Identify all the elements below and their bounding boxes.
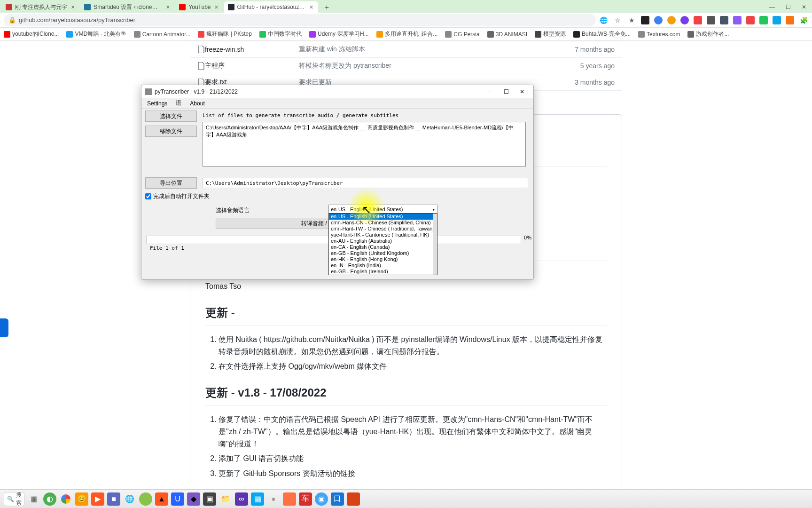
extension-icon[interactable] [786,16,794,24]
taskbar-icon[interactable]: 🌐 [123,492,136,506]
taskbar-icon[interactable]: ◆ [187,492,200,506]
bookmark-item[interactable]: CG Persia [445,31,479,38]
dropdown-item[interactable]: en-AU - English (Australia) [329,238,437,244]
extension-icon[interactable] [733,16,742,24]
taskbar-icon[interactable]: ■ [107,492,120,506]
translate-icon[interactable]: 🌐 [599,16,608,25]
extension-icon[interactable] [667,16,676,24]
extension-icon[interactable] [680,16,689,24]
remove-files-button[interactable]: 移除文件 [145,126,197,137]
close-icon[interactable]: × [70,4,76,10]
dialog-titlebar[interactable]: pyTranscriber - v1.9 - 21/12/2022 — ☐ ✕ [141,85,533,98]
dialog-minimize-button[interactable]: — [483,87,498,96]
taskbar-icon[interactable] [139,492,152,506]
new-tab-button[interactable]: + [322,2,332,13]
taskbar-icon[interactable]: ▲ [155,492,168,506]
bookmark-item[interactable]: VMD舞蹈 - 北美有鱼 [66,30,126,38]
maximize-button[interactable]: ☐ [780,1,796,13]
tab-1[interactable]: Smartideo 设置 ‹ iclone学习网 × [80,1,174,13]
taskbar-icon[interactable]: ▦ [27,492,40,506]
auto-open-checkbox[interactable] [145,193,151,199]
select-files-button[interactable]: 选择文件 [145,111,197,122]
extension-icon[interactable] [654,16,663,24]
bookmark-item[interactable]: 游戏创作者... [687,30,729,38]
file-name[interactable]: 主程序 [205,62,299,70]
extensions-puzzle-icon[interactable]: 🧩 [799,16,808,25]
menu-language[interactable]: 语 [172,98,185,108]
taskbar-icon[interactable]: 📁 [219,492,232,506]
side-bubble[interactable] [0,318,8,337]
file-row[interactable]: 主程序 将模块名称更改为 pytranscriber 5 years ago [190,57,622,74]
close-icon[interactable]: × [165,4,171,10]
auto-open-checkbox-row[interactable]: 完成后自动打开文件夹 [145,192,210,200]
taskbar-icon[interactable]: U [171,492,184,506]
dropdown-item[interactable]: cmn-Hant-TW - Chinese (Traditional, Taiw… [329,226,437,232]
extension-icon[interactable] [773,16,781,24]
taskbar-icon[interactable] [347,492,360,506]
taskbar-icon[interactable]: ▶ [91,492,104,506]
dialog-maximize-button[interactable]: ☐ [499,87,514,96]
tab-2[interactable]: YouTube × [175,1,223,13]
extension-icon[interactable] [720,16,728,24]
dropdown-item[interactable]: cmn-Hans-CN - Chinese (Simplified, China… [329,220,437,226]
dropdown-item-highlighted[interactable]: en-US - English (United States) [329,214,437,220]
file-list-box[interactable]: C:/Users/Administrator/Desktop/AAA/【中字】A… [203,122,526,167]
dropdown-item[interactable]: yue-Hant-HK - Cantonese (Traditional, HK… [329,232,437,238]
star-icon[interactable]: ★ [627,16,636,25]
close-button[interactable]: ✕ [796,1,812,13]
bookmark-item[interactable]: 3D ANIMASI [487,31,527,38]
extension-icon[interactable] [641,16,649,24]
taskbar-icon[interactable] [283,492,296,506]
taskbar-icon[interactable]: ◉ [315,492,328,506]
dropdown-item[interactable]: en-GB - English (United Kingdom) [329,250,437,256]
dropdown-item[interactable]: en-HK - English (Hong Kong) [329,256,437,262]
menu-about[interactable]: About [186,99,208,108]
taskbar-icon[interactable]: 口 [331,492,344,506]
bookmark-item[interactable]: youtube的IClone... [4,30,59,38]
bookmark-item[interactable]: 瘋狂貓咪 | PKstep [198,30,251,38]
file-commit-msg[interactable]: 重新构建 win 冻结脚本 [299,45,575,54]
taskbar-icon[interactable]: ▣ [203,492,216,506]
taskbar-search[interactable]: 🔍 搜索 [4,492,24,506]
bookmark-star-icon[interactable]: ☆ [613,16,622,25]
dropdown-item[interactable]: en-GB - English (Ireland) [329,269,437,275]
file-list-entry[interactable]: C:/Users/Administrator/Desktop/AAA/【中字】A… [206,124,523,138]
taskbar-icon[interactable]: ∞ [235,492,248,506]
taskbar-icon[interactable]: ▦ [251,492,264,506]
output-location-button[interactable]: 导出位置 [145,177,197,189]
bookmark-item[interactable]: Textures.com [638,31,680,38]
dropdown-scrollbar[interactable] [433,214,437,275]
taskbar-icon[interactable]: 😊 [75,492,88,506]
taskbar-icon[interactable] [59,492,72,506]
extension-icon[interactable] [759,16,768,24]
dialog-close-button[interactable]: ✕ [515,87,530,96]
tab-0[interactable]: 刚 专注虚拟人与元宇 × [2,1,79,13]
language-select[interactable]: en-US - English (United States) [328,205,437,214]
bookmark-item[interactable]: Udemy-深度学习H... [309,30,369,38]
taskbar-icon[interactable]: 车 [299,492,312,506]
extension-icon[interactable] [746,16,755,24]
bookmark-item[interactable]: Buhta.WS-完全免... [573,30,631,38]
bookmark-item[interactable]: 多用途直升机_组合... [376,30,438,38]
bookmark-item[interactable]: 中国数字时代 [259,30,302,38]
dropdown-item[interactable]: en-IN - English (India) [329,262,437,269]
minimize-button[interactable]: — [764,1,780,13]
url-field[interactable]: 🔒 github.com/raryelcostasouza/pyTranscri… [4,14,596,26]
bookmark-item[interactable]: Cartoon Animator... [134,31,191,38]
taskbar-icon[interactable]: ● [267,492,280,506]
language-dropdown-list[interactable]: en-US - English (United States) cmn-Hans… [328,213,437,275]
output-path-field[interactable]: C:\Users\Administrator\Desktop\pyTranscr… [203,178,528,188]
file-name[interactable]: freeze-win.sh [205,46,299,53]
close-icon[interactable]: × [309,4,314,10]
close-icon[interactable]: × [214,4,219,10]
extension-icon[interactable] [694,16,702,24]
menu-settings[interactable]: Settings [143,99,171,108]
bookmark-item[interactable]: 模型资源 [535,30,566,38]
extension-icon[interactable] [707,16,715,24]
file-row[interactable]: freeze-win.sh 重新构建 win 冻结脚本 7 months ago [190,41,622,57]
file-commit-msg[interactable]: 将模块名称更改为 pytranscriber [299,62,580,70]
file-time: 5 years ago [580,62,615,70]
tab-3-active[interactable]: GitHub - raryelcostasouza/py × [224,1,318,13]
taskbar-icon[interactable]: ◐ [43,492,56,506]
dropdown-item[interactable]: en-CA - English (Canada) [329,244,437,250]
